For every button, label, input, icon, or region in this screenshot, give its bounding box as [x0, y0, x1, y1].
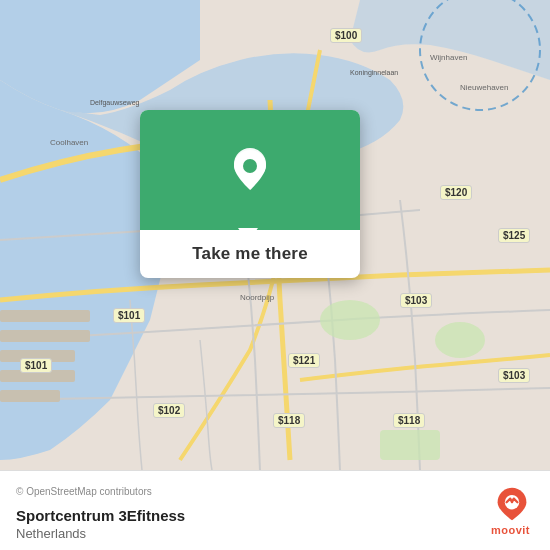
popup-tail [238, 228, 258, 242]
svg-text:Wijnhaven: Wijnhaven [430, 53, 467, 62]
svg-point-7 [435, 322, 485, 358]
route-badge-103a: $103 [400, 293, 432, 308]
popup-card: Take me there [140, 110, 360, 278]
svg-text:Noordpijp: Noordpijp [240, 293, 275, 302]
svg-rect-8 [380, 430, 440, 460]
moovit-logo: moovit [491, 486, 534, 536]
svg-text:Nieuwehaven: Nieuwehaven [460, 83, 508, 92]
svg-text:Koninginnelaan: Koninginnelaan [350, 69, 398, 77]
svg-point-17 [243, 159, 257, 173]
route-badge-125: $125 [498, 228, 530, 243]
place-country: Netherlands [16, 526, 491, 541]
svg-point-6 [320, 300, 380, 340]
route-badge-102: $102 [153, 403, 185, 418]
popup-green-area [140, 110, 360, 230]
map-container[interactable]: Coolhaven Noordpijp Wijnhaven Nieuwehave… [0, 0, 550, 470]
route-badge-103b: $103 [498, 368, 530, 383]
route-badge-121: $121 [288, 353, 320, 368]
place-name: Sportcentrum 3Efitness [16, 507, 491, 524]
route-badge-101b: $101 [20, 358, 52, 373]
moovit-brand-text: moovit [491, 524, 530, 536]
take-me-there-button[interactable]: Take me there [192, 244, 308, 264]
svg-rect-2 [0, 330, 90, 342]
location-pin-icon [226, 146, 274, 194]
svg-text:Coolhaven: Coolhaven [50, 138, 88, 147]
attribution-text: © OpenStreetMap contributors [16, 480, 152, 497]
moovit-icon [494, 486, 530, 522]
route-badge-118b: $118 [393, 413, 425, 428]
svg-text:Delfgauwseweg: Delfgauwseweg [90, 99, 140, 107]
route-badge-101a: $101 [113, 308, 145, 323]
route-badge-118a: $118 [273, 413, 305, 428]
bottom-bar: © OpenStreetMap contributors Sportcentru… [0, 470, 550, 550]
svg-rect-5 [0, 390, 60, 402]
svg-rect-1 [0, 310, 90, 322]
route-badge-120: $120 [440, 185, 472, 200]
route-badge-100: $100 [330, 28, 362, 43]
